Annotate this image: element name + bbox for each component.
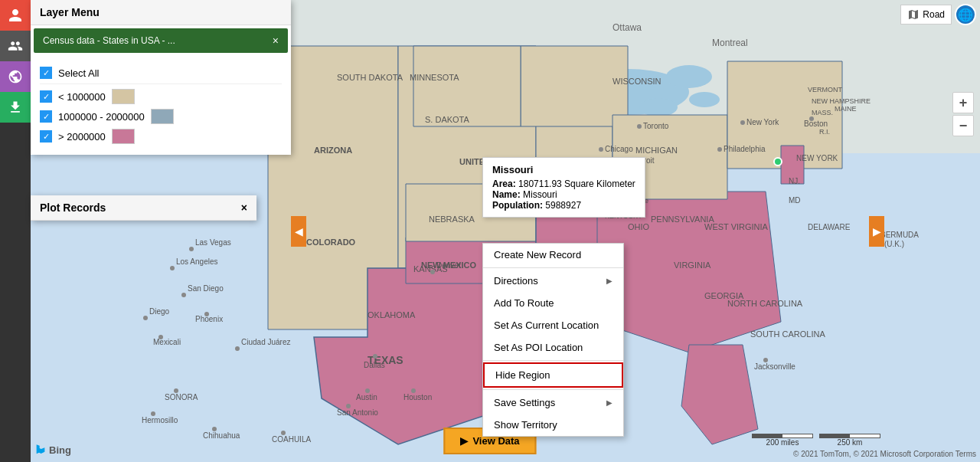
location-marker: [773, 157, 782, 166]
scale-km: 250 km: [838, 438, 863, 447]
zoom-controls: + −: [952, 92, 974, 136]
legend-checkbox-1[interactable]: ✓: [40, 110, 52, 123]
svg-text:R.I.: R.I.: [819, 128, 830, 136]
legend-color-0: [112, 89, 135, 104]
bing-logo: Bing: [34, 444, 71, 456]
globe-nav-icon[interactable]: 🌐: [955, 4, 976, 25]
svg-text:OHIO: OHIO: [628, 222, 650, 231]
census-layer-item[interactable]: Census data - States in USA - ... ×: [34, 28, 288, 53]
svg-point-84: [235, 346, 240, 351]
census-layer-close[interactable]: ×: [273, 34, 279, 47]
save-settings-arrow: ▶: [606, 398, 612, 407]
name-label: Name:: [492, 189, 521, 200]
legend-item-0[interactable]: ✓ < 1000000: [40, 89, 282, 104]
svg-text:NEBRASKA: NEBRASKA: [429, 215, 475, 224]
svg-text:Diego: Diego: [149, 307, 170, 316]
sidebar-btn-download[interactable]: [0, 92, 31, 123]
plot-records-close[interactable]: ×: [241, 202, 247, 214]
context-directions[interactable]: Directions ▶: [483, 270, 623, 292]
svg-text:Montreal: Montreal: [712, 38, 748, 48]
svg-text:COAHUILA: COAHUILA: [272, 435, 311, 444]
svg-text:MINNESOTA: MINNESOTA: [410, 73, 459, 82]
svg-point-74: [170, 266, 175, 270]
svg-text:Toronto: Toronto: [643, 122, 669, 130]
select-all-checkbox[interactable]: ✓: [40, 67, 52, 79]
map-type-label: Road: [923, 9, 945, 20]
legend-checkbox-0[interactable]: ✓: [40, 90, 52, 103]
zoom-in-button[interactable]: +: [952, 92, 974, 113]
collapse-left-arrow[interactable]: ◀: [291, 216, 306, 247]
svg-point-80: [143, 316, 148, 320]
area-value: 180711.93 Square Kilometer: [518, 179, 635, 189]
svg-text:Las Vegas: Las Vegas: [195, 238, 231, 247]
svg-point-76: [181, 293, 186, 297]
popup-area: Area: 180711.93 Square Kilometer: [492, 179, 635, 189]
view-data-label: View Data: [472, 435, 519, 447]
legend-items: ✓ Select All ✓ < 1000000 ✓ 1000000 - 200…: [31, 56, 291, 155]
layer-menu-header: Layer Menu: [31, 0, 291, 25]
svg-point-62: [637, 124, 642, 129]
context-current-location[interactable]: Set As Current Location: [483, 314, 623, 336]
svg-text:Dallas: Dallas: [364, 361, 385, 369]
svg-text:PENNSYLVANIA: PENNSYLVANIA: [651, 215, 714, 224]
popup-title: Missouri: [492, 164, 635, 175]
svg-text:NEW YORK: NEW YORK: [796, 154, 838, 162]
popup-population: Population: 5988927: [492, 200, 635, 211]
collapse-right-arrow[interactable]: ▶: [869, 216, 884, 247]
svg-marker-14: [521, 46, 628, 126]
bing-label: Bing: [49, 444, 71, 456]
svg-text:GEORGIA: GEORGIA: [704, 291, 744, 300]
svg-text:Denver: Denver: [436, 261, 462, 270]
attribution-text: © 2021 TomTom, © 2021 Microsoft Corporat…: [793, 450, 976, 458]
svg-text:Hermosillo: Hermosillo: [142, 416, 178, 424]
context-show-territory[interactable]: Show Territory: [483, 414, 623, 436]
context-poi-location[interactable]: Set As POI Location: [483, 336, 623, 359]
svg-text:SONORA: SONORA: [165, 393, 198, 401]
area-label: Area:: [492, 179, 516, 189]
context-menu: Create New Record Directions ▶ Add To Ro…: [482, 243, 624, 437]
sidebar-btn-globe[interactable]: [0, 61, 31, 92]
svg-text:ARIZONA: ARIZONA: [314, 146, 352, 155]
zoom-out-button[interactable]: −: [952, 115, 974, 136]
svg-text:New York: New York: [746, 118, 779, 126]
plot-records-panel: Plot Records ×: [31, 195, 256, 221]
svg-text:S. DAKOTA: S. DAKOTA: [425, 115, 470, 124]
legend-item-1[interactable]: ✓ 1000000 - 2000000: [40, 109, 282, 124]
svg-text:Philadelphia: Philadelphia: [724, 145, 766, 153]
context-add-route[interactable]: Add To Route: [483, 292, 623, 314]
legend-item-2[interactable]: ✓ > 2000000: [40, 129, 282, 144]
svg-text:MICHIGAN: MICHIGAN: [635, 146, 678, 155]
name-value: Missouri: [523, 189, 557, 200]
svg-point-86: [373, 354, 377, 359]
svg-text:Houston: Houston: [403, 393, 432, 401]
layer-menu-title: Layer Menu: [40, 6, 100, 18]
sidebar-btn-group[interactable]: [0, 31, 31, 61]
svg-text:Austin: Austin: [356, 393, 377, 401]
legend-checkbox-2[interactable]: ✓: [40, 130, 52, 143]
svg-text:VERMONT: VERMONT: [808, 86, 843, 93]
map-type-button[interactable]: Road: [900, 5, 952, 25]
sidebar-btn-person[interactable]: [0, 0, 31, 31]
population-label: Population:: [492, 200, 543, 211]
svg-text:DELAWARE: DELAWARE: [808, 223, 851, 231]
svg-text:OKLAHOMA: OKLAHOMA: [368, 310, 416, 319]
svg-text:MASS.: MASS.: [812, 109, 833, 116]
svg-text:WISCONSIN: WISCONSIN: [612, 77, 662, 86]
svg-text:Phoenix: Phoenix: [195, 315, 223, 323]
svg-point-66: [740, 120, 745, 125]
view-data-icon: ▶: [460, 435, 468, 447]
top-right-controls: Road 🌐: [900, 4, 976, 25]
legend-select-all[interactable]: ✓ Select All: [40, 67, 282, 79]
context-hide-region[interactable]: Hide Region: [483, 362, 623, 388]
svg-text:MD: MD: [789, 196, 801, 205]
svg-text:Chicago: Chicago: [605, 145, 633, 153]
svg-text:Ciudad Juárez: Ciudad Juárez: [241, 338, 290, 346]
legend-range-1: 1000000 - 2000000: [58, 111, 145, 123]
context-create-record[interactable]: Create New Record: [483, 244, 623, 266]
context-save-settings[interactable]: Save Settings ▶: [483, 392, 623, 414]
svg-text:Jacksonville: Jacksonville: [754, 362, 795, 371]
svg-text:COLORADO: COLORADO: [306, 238, 356, 247]
legend-range-0: < 1000000: [58, 91, 106, 103]
svg-text:VIRGINIA: VIRGINIA: [674, 260, 711, 270]
svg-point-5: [639, 98, 678, 116]
